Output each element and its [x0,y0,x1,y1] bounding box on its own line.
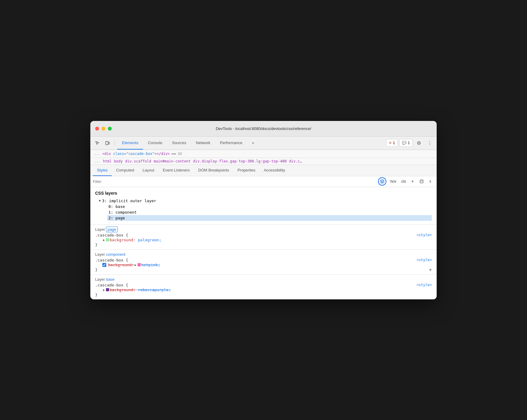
rule-component-close-row: } + [95,267,432,272]
breadcrumb-body[interactable]: body [114,159,123,163]
panel-content: CSS layers ▼ 3: implicit outer layer 0: … [90,187,437,299]
expand-arrow2-icon[interactable]: ▶ [135,263,136,267]
rule-base-selector-row: <style> .cascade-box { [95,283,432,287]
close-button[interactable] [95,127,99,131]
breadcrumb-div[interactable]: div.c… [289,159,302,163]
window-title: DevTools - localhost:8080/docs/devtools/… [216,126,311,131]
svg-rect-1 [108,142,110,144]
tab-dom-breakpoints[interactable]: DOM Breakpoints [194,165,233,176]
dom-tag: <div class="cascade-box"></div> [102,152,170,156]
dom-attr: class="cascade-box" [113,152,154,156]
layer-base-link[interactable]: base [106,277,114,282]
inspect-icon[interactable] [93,138,102,147]
error-count: 1 [393,141,395,145]
rule-component-sel-text: .cascade-box { [95,258,128,262]
breadcrumb-scaffold[interactable]: div.scaffold [125,159,151,163]
tab-console[interactable]: Console [143,137,167,150]
device-icon[interactable] [103,138,112,147]
message-badge[interactable]: 💬 1 [399,139,413,147]
rule-page-source[interactable]: <style> [416,233,432,237]
bg-value-page: palegreen; [136,238,161,242]
add-style-rule-button[interactable]: + [409,178,416,185]
tab-properties[interactable]: Properties [233,165,260,176]
layer-text-base: Layer [95,277,105,282]
expand-arrow-icon[interactable]: ▶ [103,238,105,242]
color-swatch-rebeccapurple[interactable] [106,288,109,291]
rule-component-bg-line: background: ▶ hotpink; [102,262,432,267]
layer-child-base[interactable]: 0: base [107,204,432,209]
bg-prop-page: background: [110,238,136,242]
color-swatch-palegreen[interactable] [106,238,109,241]
tab-event-listeners[interactable]: Event Listeners [158,165,194,176]
settings-icon[interactable]: ⚙ [414,138,423,147]
tab-styles[interactable]: Styles [93,165,112,176]
layer-component-link[interactable]: component [106,252,125,257]
cls-button[interactable]: .cls [399,179,407,184]
layer-child-page[interactable]: 2: page [107,215,432,221]
bg-checkbox-component[interactable] [102,263,106,267]
devtools-window: DevTools - localhost:8080/docs/devtools/… [90,121,437,299]
add-rule-component-button[interactable]: + [429,267,432,272]
window-controls [95,127,112,131]
breadcrumb-main[interactable]: main#main-content [154,159,191,163]
rule-base-bg-line: ▶ background: rebeccapurple; [102,287,432,292]
bg-prop-component: background: [108,263,134,267]
more-options-icon[interactable]: ⋮ [425,138,434,147]
svg-rect-2 [420,180,423,183]
layer-page-label: Layer page [95,227,432,232]
breadcrumb-dots[interactable]: ... [94,159,101,163]
tab-elements[interactable]: Elements [117,137,143,150]
tab-computed[interactable]: Computed [112,165,138,176]
svg-rect-0 [106,141,108,145]
maximize-button[interactable] [108,127,112,131]
pin-icon[interactable] [418,178,425,185]
tab-more[interactable]: » [247,137,259,150]
message-icon: 💬 [402,141,407,145]
css-layers-icon[interactable] [378,177,386,186]
hov-button[interactable]: :hov [388,179,398,184]
minimize-button[interactable] [101,127,105,131]
rule-page-selector: <style> .cascade-box { [95,233,432,237]
error-icon: ✕ [389,141,392,145]
rule-base-close: } [95,292,432,297]
layer-text-component: Layer [95,252,105,257]
dom-equal: == [172,152,176,156]
error-badge[interactable]: ✕ 1 [386,139,398,147]
rule-section-page: Layer page <style> .cascade-box { ▶ back… [90,224,437,249]
toolbar-right: ✕ 1 💬 1 ⚙ ⋮ [386,138,434,147]
rule-component-source[interactable]: <style> [416,258,432,262]
layer-text-page: Layer [95,227,105,232]
layer-children: 0: base 1: component 2: page [98,204,432,221]
breadcrumb-flex[interactable]: div.display-flex.gap-top-300.lg:gap-top-… [193,159,287,163]
toolbar-divider [114,140,115,146]
filter-input[interactable] [93,179,376,184]
dom-element-bar: ... <div class="cascade-box"></div> == $… [90,150,437,158]
dom-dots[interactable]: ... [94,152,101,156]
titlebar: DevTools - localhost:8080/docs/devtools/… [90,121,437,137]
sidebar-toggle-icon[interactable] [427,178,434,185]
filter-actions: :hov .cls + [378,177,434,186]
tab-accessibility[interactable]: Accessibility [260,165,289,176]
tab-sources[interactable]: Sources [167,137,191,150]
css-layers-section: CSS layers ▼ 3: implicit outer layer 0: … [90,187,437,224]
breadcrumb-html[interactable]: html [103,159,112,163]
rule-section-component: Layer component <style> .cascade-box { b… [90,249,437,274]
rule-page-sel-text: .cascade-box { [95,233,128,237]
expand-arrow3-icon[interactable]: ▶ [103,288,105,292]
layer-root-item[interactable]: ▼ 3: implicit outer layer [98,198,432,204]
rule-component-selector-row: <style> .cascade-box { [95,258,432,262]
message-count: 1 [408,141,410,145]
tab-performance[interactable]: Performance [215,137,247,150]
rule-page-close: } [95,242,432,247]
tab-layout[interactable]: Layout [138,165,158,176]
devtools-toolbar: Elements Console Sources Network Perform… [90,137,437,150]
layer-child-component[interactable]: 1: component [107,209,432,215]
color-swatch-hotpink[interactable] [138,263,141,266]
layer-component-label: Layer component [95,252,432,257]
rule-base-source[interactable]: <style> [416,283,432,287]
panel-tabs: Styles Computed Layout Event Listeners D… [90,165,437,176]
tab-network[interactable]: Network [191,137,215,150]
css-layers-title: CSS layers [95,191,432,196]
layer-page-link[interactable]: page [106,227,118,232]
bg-value-base: rebeccapurple; [136,288,171,292]
